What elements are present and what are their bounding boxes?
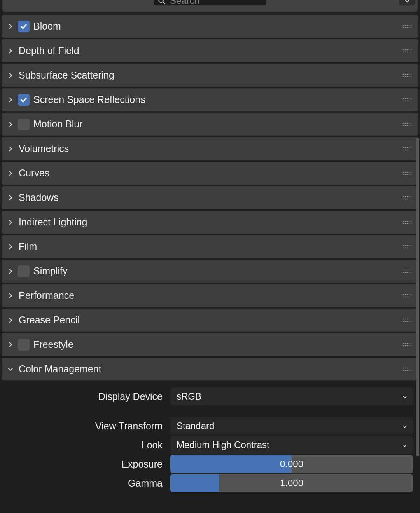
drag-handle-icon[interactable] — [402, 318, 412, 323]
svg-point-12 — [403, 49, 404, 50]
svg-point-15 — [409, 49, 410, 50]
chevron-right-icon[interactable] — [6, 22, 15, 31]
svg-point-149 — [407, 370, 408, 371]
chevron-right-icon[interactable] — [6, 120, 15, 129]
svg-point-71 — [411, 174, 412, 175]
chevron-right-icon[interactable] — [6, 47, 15, 55]
svg-point-36 — [411, 98, 412, 99]
svg-point-11 — [411, 27, 412, 28]
look-dropdown[interactable]: Medium High Contrast — [170, 436, 413, 454]
panel-header-screen-space-reflections[interactable]: Screen Space Reflections — [2, 88, 418, 111]
svg-point-65 — [409, 171, 410, 173]
panel-header-grease-pencil[interactable]: Grease Pencil — [2, 309, 418, 332]
chevron-down-icon — [402, 421, 408, 431]
drag-handle-icon[interactable] — [402, 48, 412, 54]
svg-point-62 — [403, 171, 404, 173]
gamma-slider[interactable]: 1.000 — [170, 474, 413, 492]
svg-point-138 — [405, 345, 406, 346]
svg-point-104 — [407, 269, 408, 270]
panel-header-motion-blur[interactable]: Motion Blur — [2, 113, 418, 136]
chevron-right-icon[interactable] — [6, 340, 15, 349]
svg-point-33 — [405, 98, 406, 99]
svg-point-72 — [403, 196, 404, 197]
scrollbar[interactable] — [415, 13, 420, 513]
drag-handle-icon[interactable] — [402, 97, 412, 103]
drag-handle-icon[interactable] — [402, 244, 412, 250]
chevron-right-icon[interactable] — [6, 243, 15, 251]
drag-handle-icon[interactable] — [402, 146, 412, 152]
panel-header-curves[interactable]: Curves — [2, 162, 418, 185]
scrollbar-thumb[interactable] — [416, 138, 419, 456]
search-field[interactable] — [154, 0, 266, 5]
svg-point-135 — [409, 343, 410, 344]
panel-header-depth-of-field[interactable]: Depth of Field — [2, 39, 418, 62]
checkbox-bloom[interactable] — [18, 21, 30, 32]
svg-point-24 — [407, 73, 408, 75]
search-input[interactable] — [170, 0, 286, 6]
panel-header-color-management[interactable]: Color Management — [2, 358, 418, 380]
svg-point-42 — [403, 122, 404, 124]
svg-point-17 — [403, 51, 404, 52]
dropdown-value: Medium High Contrast — [177, 440, 270, 450]
svg-point-39 — [407, 100, 408, 101]
panel-header-film[interactable]: Film — [2, 235, 418, 258]
display-device-dropdown[interactable]: sRGB — [170, 387, 413, 405]
chevron-down-icon — [404, 0, 410, 4]
view-transform-dropdown[interactable]: Standard — [170, 417, 413, 435]
chevron-right-icon[interactable] — [6, 316, 15, 325]
svg-point-52 — [403, 147, 404, 148]
svg-point-61 — [411, 149, 412, 150]
svg-point-13 — [405, 49, 406, 50]
svg-point-113 — [405, 294, 406, 295]
svg-point-32 — [403, 98, 404, 99]
drag-handle-icon[interactable] — [402, 366, 412, 372]
svg-point-60 — [409, 149, 410, 150]
svg-point-89 — [407, 223, 408, 224]
panel-header-freestyle[interactable]: Freestyle — [2, 333, 418, 356]
panel-header-simplify[interactable]: Simplify — [2, 260, 418, 283]
drag-handle-icon[interactable] — [402, 220, 412, 225]
svg-point-43 — [405, 122, 406, 124]
panel-header-volumetrics[interactable]: Volumetrics — [2, 137, 418, 160]
svg-point-141 — [411, 345, 412, 346]
drag-handle-icon[interactable] — [402, 293, 412, 298]
panel-header-indirect-lighting[interactable]: Indirect Lighting — [2, 211, 418, 234]
checkbox-screen-space-reflections[interactable] — [18, 94, 30, 106]
chevron-right-icon[interactable] — [6, 96, 15, 104]
panel-header-performance[interactable]: Performance — [2, 284, 418, 307]
drag-handle-icon[interactable] — [402, 24, 412, 29]
svg-point-91 — [411, 223, 412, 224]
checkbox-freestyle[interactable] — [18, 339, 30, 351]
chevron-right-icon[interactable] — [6, 194, 15, 202]
chevron-right-icon[interactable] — [6, 71, 15, 80]
chevron-right-icon[interactable] — [6, 291, 15, 300]
drag-handle-icon[interactable] — [402, 269, 412, 274]
svg-point-16 — [411, 49, 412, 50]
drag-handle-icon[interactable] — [402, 342, 412, 347]
chevron-right-icon[interactable] — [6, 145, 15, 153]
chevron-right-icon[interactable] — [6, 169, 15, 178]
chevron-down-icon[interactable] — [6, 365, 15, 373]
panel-header-subsurface-scattering[interactable]: Subsurface Scattering — [2, 64, 418, 87]
chevron-right-icon[interactable] — [6, 267, 15, 276]
panel-header-shadows[interactable]: Shadows — [2, 186, 418, 209]
drag-handle-icon[interactable] — [402, 195, 412, 201]
options-dropdown-button[interactable] — [399, 0, 415, 5]
svg-point-55 — [409, 147, 410, 148]
panel-label: Screen Space Reflections — [33, 94, 145, 105]
panel-header-bloom[interactable]: Bloom — [2, 15, 418, 38]
checkbox-simplify[interactable] — [18, 265, 30, 277]
svg-point-67 — [403, 174, 404, 175]
exposure-slider[interactable]: 0.000 — [170, 455, 413, 473]
svg-point-37 — [403, 100, 404, 101]
svg-point-127 — [403, 321, 404, 322]
checkbox-motion-blur[interactable] — [18, 119, 30, 130]
svg-point-124 — [407, 318, 408, 319]
chevron-right-icon[interactable] — [6, 218, 15, 227]
svg-point-132 — [403, 343, 404, 344]
svg-point-142 — [403, 367, 404, 368]
svg-point-78 — [405, 198, 406, 199]
drag-handle-icon[interactable] — [402, 73, 412, 78]
drag-handle-icon[interactable] — [402, 171, 412, 176]
drag-handle-icon[interactable] — [402, 122, 412, 127]
